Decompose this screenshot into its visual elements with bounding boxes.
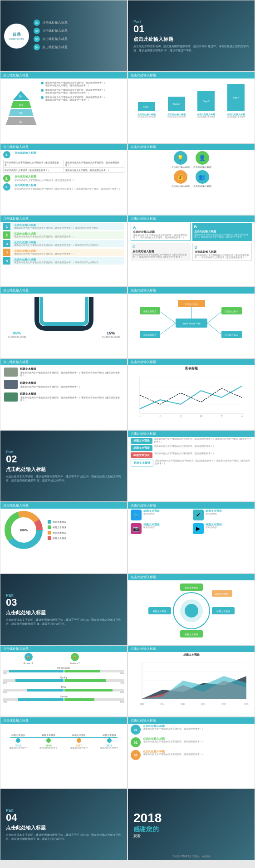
- numicon-item-3: 03 点击此处输入标题 请添加内容为文字母题由以文字键的话（建议使用至参考！）: [131, 750, 252, 760]
- img3-title: 标题文本预设: [20, 392, 123, 396]
- part01-desc: 点击此处添加文字说明，建议使用微软雅黑字体，建议字号不 超过20。请在此处输入您…: [133, 44, 249, 53]
- bubble2-title: 标题文本预设: [131, 445, 152, 451]
- svg-point-46: [185, 604, 198, 618]
- legend-dot-3: [48, 531, 51, 535]
- slide8-header-text: 点击此处输入标题: [131, 216, 156, 221]
- comp-label-1: Performance: [3, 667, 124, 669]
- img-placeholder-2: [4, 380, 18, 389]
- numicon-2: 02: [131, 737, 141, 747]
- num3-text: 请添加内容为文字母题由以文字键的话（建议使用至参考！）请添加内容为文字键话（建议…: [15, 187, 124, 190]
- svg-line-12: [160, 312, 176, 323]
- slide15-header: 点击此处输入标题: [0, 502, 127, 509]
- flowchart-svg: Your Main Title 点击此处输入 点击此处输入 点击此处输入 点击此…: [131, 294, 253, 357]
- step1-label: Step 1: [143, 105, 150, 108]
- bubble1-title: 标题文本预设: [131, 438, 152, 444]
- bubble4-desc: 请添加内容为文字母题由以文字键的话（建议使用至参考！）请添加内容为文字键话（建议…: [155, 460, 252, 466]
- part01-label: Part: [133, 20, 249, 24]
- social4-title: 标题文本预设: [206, 523, 222, 526]
- bubble1-desc: 请添加内容为文字母题由以文字键的话（建议使用至参考！）请添加内容为文字键话（建议…: [154, 438, 252, 444]
- tl-label-1: 标题文本预设: [11, 734, 25, 736]
- num2-circle: 2.: [3, 175, 10, 182]
- step-num-1: 1: [3, 223, 10, 230]
- img3-desc: 请添加内容为文字母题由以文字键的话（建议使用至参考！）请添加内容为文字键话（建议…: [20, 396, 123, 402]
- comp-bar-b-3: [64, 689, 113, 691]
- svg-text:一: 一: [139, 415, 141, 417]
- icon3-label: 点击此处输入标题: [172, 185, 190, 187]
- comp-label-3: Price: [3, 686, 124, 688]
- chart-title: 图表标题: [131, 366, 252, 371]
- svg-text:五: 五: [221, 415, 223, 417]
- step5-desc: 请添加内容为文字母题由以文字键的话（建议使用至参考！）请添加内容为文字键话: [14, 261, 123, 264]
- numicon-item-1: 01 点击此处输入标题 请添加内容为文字母题由以文字键的话（建议使用至参考！）: [131, 725, 252, 735]
- comp-bar-b-4: [64, 698, 94, 701]
- part03-label: Part: [6, 593, 122, 598]
- slide11-header-text: 点击此处输入标题: [3, 360, 29, 364]
- contents-item-1[interactable]: 01 点击此处输入标题: [34, 20, 123, 26]
- tl-dot-1: [16, 738, 20, 743]
- part01-title[interactable]: 点击此处输入标题: [133, 36, 249, 43]
- num2-title: 点击此处输入标题: [15, 175, 124, 179]
- title-a: 点击此处输入标题: [133, 230, 188, 234]
- social-item-3: 📷 标题文本预设 请添加内容: [131, 523, 190, 534]
- ci-dot-3: 03: [34, 36, 40, 42]
- u-left-pct: 85%: [8, 331, 26, 335]
- svg-text:2013: 2013: [140, 703, 145, 705]
- contents-cn: 目录: [13, 32, 21, 38]
- slide-5-numlist: 点击此处输入标题 1. 点击此处输入标题 请添加内容为文字母题由以文字键的话（建…: [0, 143, 128, 215]
- slide22-header: 点击此处输入标题: [128, 717, 255, 724]
- step2-title: 点击此处输入标题: [14, 232, 123, 235]
- slide4-header-text: 点击此处输入标题: [131, 73, 156, 78]
- comp-bar-b-2: [64, 679, 107, 682]
- tl-item-1: 标题文本预设 2015 请添加内容为文字: [6, 734, 31, 749]
- title-b: 点击此处输入标题: [194, 230, 250, 233]
- slide11-header: 点击此处输入标题: [0, 359, 127, 365]
- numicon-title-2: 点击此处输入标题: [143, 737, 204, 740]
- contents-en: CONTENTS: [9, 38, 24, 40]
- donut-svg: 100%: [3, 510, 44, 550]
- ty-year: 2018: [133, 811, 249, 825]
- num2-text: 请添加内容为文字母题由以文字键的话（建议使用至参考！）: [15, 179, 124, 181]
- slide21-header: 点击此处输入标题: [0, 717, 127, 724]
- comp-row-4: Service 75%50%: [3, 695, 124, 703]
- slide-7-numsteps: 点击此处输入标题 1 点击此处输入标题 请添加内容为文字母题由以文字键的话（建议…: [0, 215, 128, 287]
- part02-title[interactable]: 点击此处输入标题: [6, 466, 122, 473]
- tl-dot-2: [46, 738, 51, 743]
- contents-item-4[interactable]: 04 点击此处输入标题: [34, 44, 123, 50]
- comp-bar-a-3: [27, 689, 64, 691]
- slide-24-thankyou: 2018 感谢您的 观看 工作室 / 2018年1月 / 汇报人：A设计师: [128, 789, 255, 860]
- part03-title[interactable]: 点击此处输入标题: [6, 609, 122, 616]
- legend-dot-4: [48, 536, 51, 540]
- contents-item-2[interactable]: 02 点击此处输入标题: [34, 28, 123, 34]
- ci-text-1: 点击此处输入标题: [42, 20, 68, 25]
- slide-9-uprogress: 点击此处输入标题 85% 15% 85% 点击此处输入标题 15% 点击此处输入…: [0, 287, 128, 358]
- svg-text:三: 三: [180, 415, 182, 417]
- legend-label-4: 标题文本预设: [53, 537, 66, 539]
- tl-desc-1: 请添加内容为文字: [9, 747, 27, 749]
- slide14-header: 点击此处输入标题: [128, 431, 255, 437]
- step-num-5: 5: [3, 257, 10, 265]
- legend-2: 标题文本预设: [48, 525, 124, 529]
- ty-title: 感谢您的: [133, 825, 249, 834]
- social1-title: 标题文本预设: [143, 510, 160, 513]
- social3-desc: 请添加内容: [143, 526, 160, 529]
- slide5-header-text: 点击此处输入标题: [3, 145, 29, 149]
- label-d: D: [195, 245, 250, 250]
- svg-text:点击此处输入: 点击此处输入: [225, 310, 238, 313]
- product-x-icon: 🔒: [25, 653, 33, 661]
- contents-item-3[interactable]: 03 点击此处输入标题: [34, 36, 123, 42]
- comp-row-3: Price 60%80%: [3, 686, 124, 694]
- tl-item-4: 标题文本预设 2018 请添加内容为文字: [97, 734, 122, 749]
- ci-dot-4: 04: [34, 44, 40, 50]
- cycle-svg: 标题文本预设 标题文本预设 标题文本预设 标题文本预设 标题文本预设: [135, 581, 248, 640]
- slide8-header: 点击此处输入标题: [128, 216, 255, 222]
- product-x-label: Product X: [24, 662, 34, 665]
- social-icon-check: ✔: [193, 510, 204, 520]
- img-item-2: 标题文本预设 请添加内容为文字母题由以文字键的话（建议使用至参考！）: [3, 379, 124, 390]
- slide20-header: 点击此处输入标题: [128, 646, 255, 652]
- svg-text:2017: 2017: [222, 703, 226, 705]
- comp-bar-a-1: [9, 670, 63, 672]
- area-chart-svg: 2013 2014 2015 2016 2017 2018: [131, 658, 249, 708]
- part04-title[interactable]: 点击此处输入标题: [6, 824, 122, 831]
- svg-text:二: 二: [159, 415, 162, 417]
- social-item-1: 🐦 标题文本预设 请添加内容: [131, 510, 190, 520]
